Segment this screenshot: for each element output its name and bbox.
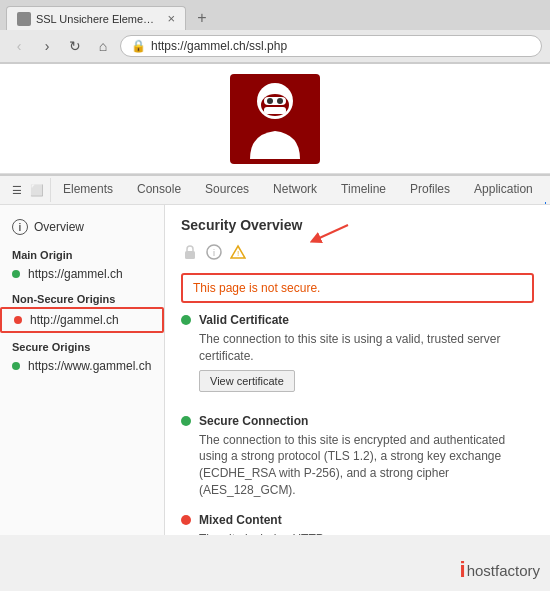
tab-console[interactable]: Console (125, 176, 193, 204)
valid-cert-title: Valid Certificate (199, 313, 289, 327)
devtools-cursor-icon[interactable]: ☰ (8, 181, 26, 199)
valid-cert-item: Valid Certificate The connection to this… (181, 313, 534, 400)
address-text: https://gammel.ch/ssl.php (151, 39, 287, 53)
secure-origin-item[interactable]: https://www.gammel.ch (0, 355, 164, 377)
secure-conn-header: Secure Connection (181, 414, 534, 428)
valid-cert-body: The connection to this site is using a v… (199, 331, 534, 365)
tab-profiles[interactable]: Profiles (398, 176, 462, 204)
tab-timeline[interactable]: Timeline (329, 176, 398, 204)
svg-point-3 (267, 98, 273, 104)
secure-conn-body: The connection to this site is encrypted… (199, 432, 534, 499)
non-secure-origin-item[interactable]: http://gammel.ch (0, 307, 164, 333)
devtools-inspect-icon[interactable]: ⬜ (28, 181, 46, 199)
tab-application[interactable]: Application (462, 176, 545, 204)
warning-text: This page is not secure. (193, 281, 320, 295)
tab-close-button[interactable]: × (167, 11, 175, 26)
active-tab[interactable]: SSL Unsichere Elemente × (6, 6, 186, 30)
new-tab-button[interactable]: + (190, 6, 214, 30)
secure-url: https://www.gammel.ch (28, 359, 151, 373)
non-secure-section: Non-Secure Origins (0, 285, 164, 307)
lock-icon: 🔒 (131, 39, 146, 53)
main-origin-url: https://gammel.ch (28, 267, 123, 281)
mixed-content-title: Mixed Content (199, 513, 282, 527)
svg-text:i: i (213, 248, 215, 258)
devtools-content: i Overview Main Origin https://gammel.ch… (0, 205, 550, 535)
tab-sources[interactable]: Sources (193, 176, 261, 204)
devtools-tabs: Elements Console Sources Network Timelin… (51, 176, 546, 204)
view-certificate-button[interactable]: View certificate (199, 370, 295, 392)
secure-conn-title: Secure Connection (199, 414, 308, 428)
main-origin-item[interactable]: https://gammel.ch (0, 263, 164, 285)
svg-rect-6 (185, 251, 195, 259)
address-bar[interactable]: 🔒 https://gammel.ch/ssl.php (120, 35, 542, 57)
status-icons-row: i ! (181, 243, 534, 261)
tab-bar: SSL Unsichere Elemente × + (0, 0, 550, 30)
security-overview-title: Security Overview (181, 217, 302, 233)
valid-cert-dot (181, 315, 191, 325)
red-dot-icon (14, 316, 22, 324)
devtools-icon-group: ☰ ⬜ (4, 178, 51, 202)
hacker-image (230, 74, 320, 164)
branding: i hostfactory (460, 557, 541, 583)
mixed-content-dot (181, 515, 191, 525)
main-origin-section: Main Origin (0, 241, 164, 263)
mixed-content-header: Mixed Content (181, 513, 534, 527)
devtools-toolbar: ☰ ⬜ Elements Console Sources Network Tim… (0, 176, 550, 205)
navigation-bar: ‹ › ↻ ⌂ 🔒 https://gammel.ch/ssl.php (0, 30, 550, 63)
non-secure-url: http://gammel.ch (30, 313, 119, 327)
warning-status-icon: ! (229, 243, 247, 261)
warning-box: This page is not secure. (181, 273, 534, 303)
tab-elements[interactable]: Elements (51, 176, 125, 204)
lock-status-icon (181, 243, 199, 261)
security-sidebar: i Overview Main Origin https://gammel.ch… (0, 205, 165, 535)
overview-icon: i (12, 219, 28, 235)
tab-security[interactable]: Security (545, 176, 546, 204)
tab-title: SSL Unsichere Elemente (36, 13, 158, 25)
home-button[interactable]: ⌂ (92, 35, 114, 57)
devtools-panel: ☰ ⬜ Elements Console Sources Network Tim… (0, 174, 550, 535)
mixed-content-item: Mixed Content The site includes HTTP res… (181, 513, 534, 535)
forward-button[interactable]: › (36, 35, 58, 57)
secure-conn-dot (181, 416, 191, 426)
svg-rect-5 (264, 107, 286, 114)
valid-cert-header: Valid Certificate (181, 313, 534, 327)
tab-icon (17, 12, 31, 26)
green-dot-icon (12, 270, 20, 278)
secure-conn-item: Secure Connection The connection to this… (181, 414, 534, 499)
tab-network[interactable]: Network (261, 176, 329, 204)
page-content (0, 64, 550, 174)
svg-point-4 (277, 98, 283, 104)
brand-name: hostfactory (467, 562, 540, 579)
overview-label: Overview (34, 220, 84, 234)
overview-item[interactable]: i Overview (0, 213, 164, 241)
mixed-content-body: The site includes HTTP resources. (199, 531, 534, 535)
reload-button[interactable]: ↻ (64, 35, 86, 57)
svg-text:!: ! (237, 249, 239, 258)
security-main-content: Security Overview i ! (165, 205, 550, 535)
green-dot-icon-2 (12, 362, 20, 370)
secure-section: Secure Origins (0, 333, 164, 355)
section-title: Security Overview (181, 217, 534, 233)
back-button[interactable]: ‹ (8, 35, 30, 57)
brand-icon: i (460, 557, 466, 583)
info-status-icon: i (205, 243, 223, 261)
